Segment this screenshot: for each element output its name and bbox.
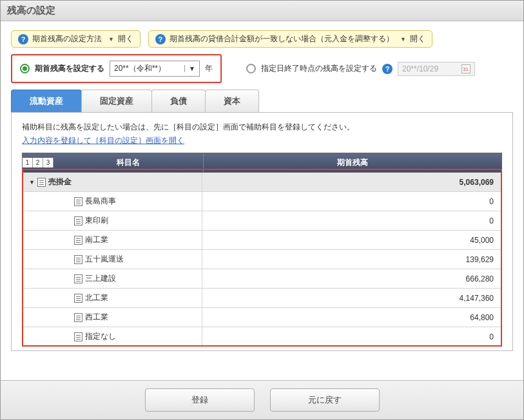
chevron-down-icon: ▼ (108, 36, 114, 43)
row-name: 東印刷 (85, 215, 108, 226)
row-name: 西工業 (85, 312, 108, 323)
level-3[interactable]: 3 (43, 158, 53, 167)
account-icon (74, 313, 82, 322)
row-value[interactable]: 64,800 (202, 309, 501, 326)
grid-header: 1 2 3 科目名 期首残高 (22, 153, 502, 173)
year-suffix: 年 (205, 63, 213, 74)
row-value[interactable]: 666,280 (202, 271, 501, 287)
option-label: 期首残高を設定する (35, 63, 104, 74)
chevron-down-icon: ▼ (400, 36, 406, 43)
tab-fixed-assets[interactable]: 固定資産 (81, 90, 152, 112)
row-value[interactable]: 139,629 (202, 251, 501, 268)
help-pill-mismatch[interactable]: ? 期首残高の貸借合計金額が一致しない場合（元入金を調整する） ▼ 開く (148, 30, 432, 48)
account-icon (74, 236, 82, 245)
option-specified-date[interactable]: 指定日終了時点の残高を設定する ? 20**/10/29 (238, 57, 483, 81)
level-2[interactable]: 2 (33, 158, 43, 167)
question-icon: ? (18, 34, 28, 44)
revert-button[interactable]: 元に戻す (270, 388, 380, 412)
radio-unchecked-icon[interactable] (246, 64, 256, 73)
grid: 1 2 3 科目名 期首残高 ▼売掛金5,063,069長島商事0東印刷0南工業… (22, 153, 502, 347)
row-name: 五十嵐運送 (85, 254, 124, 265)
help-pill-label: 期首残高の貸借合計金額が一致しない場合（元入金を調整する） (170, 33, 394, 44)
account-icon (74, 332, 82, 341)
account-icon (74, 197, 82, 206)
row-name: 長島商事 (85, 196, 116, 207)
row-name: 北工業 (85, 292, 108, 303)
help-row: ? 期首残高の設定方法 ▼ 開く ? 期首残高の貸借合計金額が一致しない場合（元… (1, 21, 523, 54)
page-title: 残高の設定 (1, 1, 523, 21)
account-icon (74, 274, 82, 283)
disclosure-icon[interactable]: ▼ (29, 179, 35, 186)
row-value[interactable]: 0 (202, 193, 501, 210)
table-row[interactable]: 東印刷0 (23, 211, 501, 231)
help-open-label: 開く (118, 33, 133, 44)
tab-capital[interactable]: 資本 (205, 90, 259, 112)
table-row[interactable]: 北工業4,147,360 (23, 289, 501, 308)
help-pill-setup[interactable]: ? 期首残高の設定方法 ▼ 開く (11, 30, 141, 48)
table-row[interactable]: 五十嵐運送139,629 (23, 250, 501, 269)
row-name: 三上建設 (85, 273, 116, 284)
help-open-label: 開く (410, 33, 425, 44)
table-row[interactable]: 南工業45,000 (23, 231, 501, 250)
table-row[interactable]: 指定なし0 (23, 327, 501, 346)
year-select[interactable]: 20**（令和**） ▼ (110, 61, 200, 77)
tab-liabilities[interactable]: 負債 (151, 90, 206, 112)
row-name: 指定なし (85, 331, 116, 342)
header-name: 科目名 (53, 153, 203, 172)
account-icon (74, 294, 82, 303)
link-open-account-settings[interactable]: 入力内容を登録して［科目の設定］画面を開く (22, 135, 184, 146)
footer: 登録 元に戻す (1, 380, 523, 419)
row-value[interactable]: 4,147,360 (202, 290, 501, 307)
row-name: 売掛金 (48, 177, 72, 187)
year-value: 20**（令和**） (114, 63, 166, 74)
radio-checked-icon[interactable] (20, 64, 30, 73)
header-balance: 期首残高 (203, 153, 501, 172)
account-icon (37, 178, 46, 187)
account-icon (74, 255, 82, 264)
option-opening-balance[interactable]: 期首残高を設定する 20**（令和**） ▼ 年 (11, 54, 222, 83)
date-value: 20**/10/29 (402, 64, 438, 73)
grid-body: ▼売掛金5,063,069長島商事0東印刷0南工業45,000五十嵐運送139,… (22, 173, 502, 347)
tab-current-assets[interactable]: 流動資産 (11, 90, 82, 112)
row-value[interactable]: 5,063,069 (202, 174, 501, 191)
chevron-down-icon: ▼ (184, 65, 195, 72)
row-value[interactable]: 45,000 (202, 232, 501, 249)
option-label: 指定日終了時点の残高を設定する (261, 63, 377, 74)
table-row[interactable]: ▼売掛金5,063,069 (23, 173, 501, 192)
level-buttons[interactable]: 1 2 3 (23, 158, 53, 167)
table-row[interactable]: 三上建設666,280 (23, 269, 501, 289)
table-row[interactable]: 西工業64,800 (23, 308, 501, 327)
calendar-icon (461, 64, 471, 73)
help-icon[interactable]: ? (382, 64, 393, 74)
row-value[interactable]: 0 (202, 329, 501, 345)
row-value[interactable]: 0 (202, 213, 501, 229)
help-pill-label: 期首残高の設定方法 (32, 33, 102, 44)
save-button[interactable]: 登録 (145, 388, 255, 412)
options-row: 期首残高を設定する 20**（令和**） ▼ 年 指定日終了時点の残高を設定する… (11, 54, 513, 83)
date-field-disabled: 20**/10/29 (398, 62, 475, 76)
table-row[interactable]: 長島商事0 (23, 192, 501, 211)
tabs: 流動資産 固定資産 負債 資本 (11, 90, 513, 112)
account-icon (74, 216, 82, 225)
question-icon: ? (155, 34, 166, 44)
row-name: 南工業 (85, 234, 108, 245)
panel-note: 補助科目に残高を設定したい場合は、先に［科目の設定］画面で補助科目を登録してくだ… (22, 122, 502, 133)
level-1[interactable]: 1 (23, 158, 33, 167)
panel: 補助科目に残高を設定したい場合は、先に［科目の設定］画面で補助科目を登録してくだ… (11, 112, 513, 351)
